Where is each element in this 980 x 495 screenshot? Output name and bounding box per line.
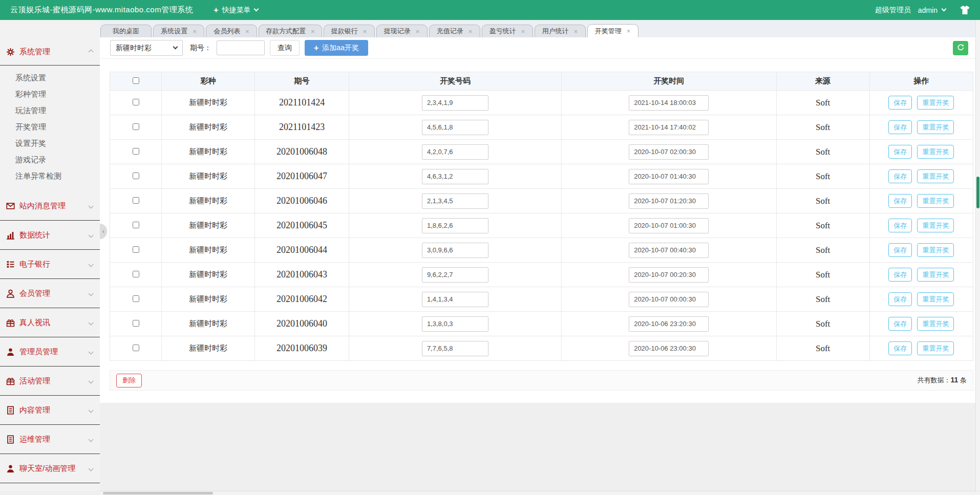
reset-draw-button[interactable]: 重置开奖: [917, 317, 954, 331]
row-checkbox[interactable]: [133, 271, 139, 277]
numbers-input[interactable]: [422, 267, 488, 283]
vertical-scrollbar-thumb[interactable]: [976, 177, 979, 208]
save-button[interactable]: 保存: [888, 96, 912, 110]
row-checkbox[interactable]: [133, 197, 139, 204]
row-checkbox[interactable]: [133, 173, 139, 179]
numbers-input[interactable]: [422, 144, 488, 160]
reset-draw-button[interactable]: 重置开奖: [917, 120, 954, 134]
time-input[interactable]: [629, 120, 709, 135]
reset-draw-button[interactable]: 重置开奖: [917, 96, 954, 110]
shirt-icon[interactable]: [960, 6, 970, 14]
reset-draw-button[interactable]: 重置开奖: [917, 219, 954, 232]
save-button[interactable]: 保存: [888, 317, 912, 331]
numbers-input[interactable]: [422, 95, 488, 111]
close-icon[interactable]: ×: [627, 28, 631, 34]
close-icon[interactable]: ×: [193, 28, 197, 35]
row-checkbox[interactable]: [133, 123, 139, 130]
sidebar-subitem[interactable]: 注单异常检测: [0, 168, 100, 184]
reset-draw-button[interactable]: 重置开奖: [917, 268, 954, 282]
row-checkbox[interactable]: [133, 320, 139, 327]
row-checkbox[interactable]: [133, 246, 139, 253]
delete-button[interactable]: 删除: [116, 374, 142, 388]
save-button[interactable]: 保存: [888, 292, 912, 306]
reset-draw-button[interactable]: 重置开奖: [917, 169, 954, 183]
tab[interactable]: 充值记录 ×: [429, 25, 480, 37]
reset-draw-button[interactable]: 重置开奖: [917, 341, 954, 355]
reset-draw-button[interactable]: 重置开奖: [917, 292, 954, 306]
close-icon[interactable]: ×: [468, 28, 473, 35]
sidebar-subitem[interactable]: 设置开奖: [0, 135, 100, 152]
vertical-scrollbar[interactable]: [975, 20, 980, 491]
tab[interactable]: 用户统计 ×: [535, 25, 586, 37]
save-button[interactable]: 保存: [888, 243, 912, 257]
numbers-input[interactable]: [422, 316, 488, 332]
numbers-input[interactable]: [422, 218, 488, 233]
sidebar-subitem[interactable]: 系统设置: [0, 70, 100, 86]
tab[interactable]: 我的桌面: [100, 25, 152, 37]
reset-draw-button[interactable]: 重置开奖: [917, 194, 954, 208]
add-draw-button[interactable]: + 添加aa开奖: [305, 40, 368, 56]
sidebar-section[interactable]: 数据统计: [0, 221, 100, 250]
close-icon[interactable]: ×: [521, 28, 525, 35]
numbers-input[interactable]: [422, 169, 488, 184]
sidebar-section[interactable]: 管理员管理: [0, 337, 100, 367]
close-icon[interactable]: ×: [363, 28, 367, 35]
horizontal-scrollbar-thumb[interactable]: [103, 492, 213, 494]
time-input[interactable]: [629, 218, 709, 233]
sidebar-subitem[interactable]: 游戏记录: [0, 152, 100, 168]
time-input[interactable]: [629, 193, 709, 209]
row-checkbox[interactable]: [133, 295, 139, 302]
tab[interactable]: 系统设置 ×: [153, 25, 204, 37]
sidebar-section[interactable]: 聊天室/动画管理: [0, 454, 100, 483]
sidebar-section[interactable]: 运维管理: [0, 425, 100, 454]
tab[interactable]: 存款方式配置 ×: [259, 25, 322, 37]
sidebar-section[interactable]: 内容管理: [0, 396, 100, 425]
tab[interactable]: 盈亏统计 ×: [482, 25, 533, 37]
tab[interactable]: 开奖管理 ×: [587, 24, 638, 37]
save-button[interactable]: 保存: [888, 120, 912, 134]
row-checkbox[interactable]: [133, 345, 139, 351]
close-icon[interactable]: ×: [574, 28, 578, 35]
sidebar-subitem[interactable]: 玩法管理: [0, 102, 100, 119]
select-all-checkbox[interactable]: [133, 77, 139, 84]
tab[interactable]: 提现记录 ×: [376, 25, 428, 37]
close-icon[interactable]: ×: [245, 28, 249, 35]
tab[interactable]: 提款银行 ×: [324, 25, 375, 37]
time-input[interactable]: [629, 267, 709, 283]
horizontal-scrollbar[interactable]: [100, 491, 980, 495]
sidebar-section[interactable]: 真人视讯: [0, 308, 100, 337]
issue-input[interactable]: [217, 40, 265, 55]
time-input[interactable]: [629, 169, 709, 184]
close-icon[interactable]: ×: [311, 28, 315, 35]
reset-draw-button[interactable]: 重置开奖: [917, 243, 954, 257]
save-button[interactable]: 保存: [888, 341, 912, 355]
user-menu[interactable]: admin: [918, 6, 946, 14]
numbers-input[interactable]: [422, 120, 488, 135]
sidebar-section[interactable]: 系统管理: [0, 39, 100, 66]
sidebar-section[interactable]: 电子银行: [0, 250, 100, 279]
row-checkbox[interactable]: [133, 99, 139, 105]
numbers-input[interactable]: [422, 341, 488, 356]
time-input[interactable]: [629, 292, 709, 307]
numbers-input[interactable]: [422, 193, 488, 209]
row-checkbox[interactable]: [133, 222, 139, 228]
numbers-input[interactable]: [422, 292, 488, 307]
time-input[interactable]: [629, 95, 709, 111]
lottery-select[interactable]: 新疆时时彩: [110, 40, 183, 56]
time-input[interactable]: [629, 144, 709, 160]
reset-draw-button[interactable]: 重置开奖: [917, 145, 954, 159]
quick-menu-button[interactable]: + 快捷菜单: [214, 6, 258, 15]
tab[interactable]: 会员列表 ×: [206, 25, 257, 37]
save-button[interactable]: 保存: [888, 268, 912, 282]
time-input[interactable]: [629, 341, 709, 356]
sidebar-section[interactable]: 会员管理: [0, 279, 100, 308]
time-input[interactable]: [629, 243, 709, 258]
search-button[interactable]: 查询: [270, 40, 300, 56]
sidebar-subitem[interactable]: 彩种管理: [0, 86, 100, 102]
numbers-input[interactable]: [422, 243, 488, 258]
save-button[interactable]: 保存: [888, 169, 912, 183]
sidebar-section[interactable]: 活动管理: [0, 367, 100, 396]
save-button[interactable]: 保存: [888, 219, 912, 232]
save-button[interactable]: 保存: [888, 194, 912, 208]
time-input[interactable]: [629, 316, 709, 332]
